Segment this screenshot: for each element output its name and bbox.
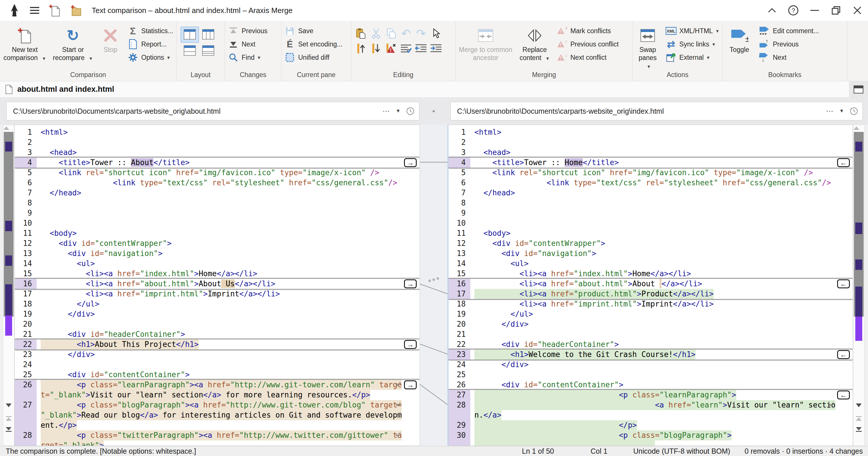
right-copy-change-2-button[interactable]: ←: [837, 279, 850, 288]
select-pointer-button[interactable]: [429, 26, 443, 41]
code-row[interactable]: 12 <div id="contentWrapper">: [448, 238, 853, 249]
code-row[interactable]: 2: [448, 137, 853, 147]
strip-last-change-button[interactable]: [3, 427, 14, 432]
new-document-icon[interactable]: [49, 3, 61, 17]
report-button[interactable]: Report...: [127, 37, 173, 51]
code-row[interactable]: [448, 440, 853, 446]
delete-conflict-button[interactable]: !: [383, 41, 399, 56]
restore-button[interactable]: [825, 2, 847, 19]
insert-before-button[interactable]: [353, 41, 369, 56]
stop-button[interactable]: Stop: [98, 24, 123, 54]
code-row[interactable]: 25 <div id="contentContainer">: [15, 370, 420, 380]
code-row[interactable]: n.</a>: [448, 410, 853, 420]
code-row[interactable]: 30 <p class="blogParagraph">: [448, 430, 853, 440]
code-row[interactable]: 6 <link type="text/css" rel="stylesheet"…: [448, 178, 853, 188]
strip-last-change-button[interactable]: [853, 427, 864, 432]
right-file-path-box[interactable]: C:\Users\brunobrito\Documents\carparts-w…: [451, 102, 863, 120]
code-row[interactable]: 10: [15, 218, 420, 228]
left-file-path[interactable]: C:\Users\brunobrito\Documents\carparts-w…: [13, 107, 382, 115]
xml-html-button[interactable]: XML XML/HTML▼: [665, 24, 719, 37]
set-encoding-button[interactable]: É Set encoding...: [284, 37, 342, 51]
code-row[interactable]: 26 <div id="contentContainer">: [448, 380, 853, 390]
left-copy-change-3-button[interactable]: →: [404, 340, 417, 349]
options-button[interactable]: Options▼: [127, 51, 173, 64]
code-row[interactable]: 28 <a href="learn">Visit our "learn" sec…: [448, 400, 853, 410]
toggle-bookmark-button[interactable]: ± Toggle: [724, 24, 754, 54]
code-row[interactable]: 24: [15, 360, 420, 370]
code-row[interactable]: 18 </ul>: [15, 299, 420, 309]
code-row[interactable]: 12 <div id="contentWrapper">: [15, 238, 420, 249]
unindent-button[interactable]: [413, 41, 429, 56]
code-row[interactable]: 2: [15, 137, 420, 147]
new-text-comparison-button[interactable]: New text comparison ▼: [2, 24, 48, 63]
code-row[interactable]: 15 <li><a href="index.html">Home</a></li…: [448, 269, 853, 279]
find-button[interactable]: Find▼: [228, 51, 267, 64]
next-conflict-button[interactable]: !↓ Next conflict: [557, 51, 619, 64]
paste-button[interactable]: [353, 26, 369, 41]
left-path-dropdown-icon[interactable]: ▼: [396, 108, 401, 114]
layout-option-1[interactable]: [181, 27, 199, 43]
strip-change-marker[interactable]: [855, 259, 862, 270]
code-row[interactable]: 10: [448, 218, 853, 228]
code-row[interactable]: 5 <link rel="shortcut icon" href="img/fa…: [448, 168, 853, 178]
code-row[interactable]: 16 <li><a href="about.html">About </a></…: [448, 279, 853, 289]
code-row[interactable]: 8: [15, 198, 420, 208]
code-row[interactable]: 25: [448, 370, 853, 380]
code-row[interactable]: 6 <link type="text/css" rel="stylesheet"…: [15, 178, 420, 188]
code-row[interactable]: 19 </div>: [15, 309, 420, 319]
strip-first-change-button[interactable]: [853, 416, 864, 421]
merge-to-common-ancestor-button[interactable]: Merge to common ancestor: [457, 24, 514, 62]
code-row[interactable]: 17 <li><a href="product.html">Product</a…: [448, 289, 853, 299]
right-file-path[interactable]: C:\Users\brunobrito\Documents\carparts-w…: [457, 107, 826, 115]
right-path-browse-icon[interactable]: ⋯: [826, 107, 834, 116]
code-row[interactable]: 4 <title>Tower :: About</title>: [15, 158, 420, 168]
right-code-pane[interactable]: 1<html>23 <head>4 <title>Tower :: Home</…: [447, 125, 853, 446]
code-row[interactable]: 8: [448, 198, 853, 208]
layout-option-4[interactable]: [199, 43, 217, 59]
strip-change-marker[interactable]: [5, 284, 12, 315]
left-path-history-icon[interactable]: [406, 107, 415, 116]
menu-hamburger-icon[interactable]: [29, 6, 40, 15]
code-row[interactable]: 22 <div id="headerContainer">: [448, 339, 853, 349]
code-row[interactable]: 3 <head>: [448, 147, 853, 158]
right-copy-change-3-button[interactable]: ←: [837, 350, 850, 359]
left-overview-strip[interactable]: [3, 125, 14, 446]
code-row[interactable]: 7 </head>: [448, 188, 853, 198]
unified-diff-button[interactable]: Unified diff: [284, 51, 342, 64]
code-row[interactable]: t="_blank">Visit our "learn" section</a>…: [15, 390, 420, 400]
swap-panes-button[interactable]: Swap panes ▼: [634, 24, 661, 71]
next-bookmark-button[interactable]: ↓ Next: [759, 51, 819, 64]
insert-after-button[interactable]: [369, 41, 383, 56]
code-row[interactable]: 14 <ul>: [448, 259, 853, 269]
code-row[interactable]: 22 <h1>About This Project</h1>: [15, 339, 420, 349]
code-row[interactable]: 23 <h1>Welcome to the Git Crash Course!<…: [448, 349, 853, 360]
previous-change-button[interactable]: Previous: [228, 24, 267, 37]
code-row[interactable]: 19 </ul>: [448, 309, 853, 319]
strip-change-marker[interactable]: [855, 223, 862, 234]
code-row[interactable]: 18 <li><a href="imprint.html">Imprint</a…: [448, 299, 853, 309]
code-row[interactable]: 11 <body>: [448, 228, 853, 238]
code-row[interactable]: 16 <li><a href="about.html">About Us</a>…: [15, 279, 420, 289]
new-folder-icon[interactable]: [69, 3, 83, 17]
code-row[interactable]: 9: [448, 208, 853, 218]
layout-option-2[interactable]: [199, 27, 217, 43]
right-path-history-icon[interactable]: [849, 107, 859, 116]
code-row[interactable]: 13 <div id="navigation">: [15, 249, 420, 259]
code-row[interactable]: 1<html>: [15, 127, 420, 137]
left-path-browse-icon[interactable]: ⋯: [382, 107, 391, 116]
code-row[interactable]: 17 <li><a href="imprint.html">Imprint</a…: [15, 289, 420, 299]
code-row[interactable]: 3 <head>: [15, 147, 420, 158]
strip-scroll-up-icon[interactable]: [3, 126, 14, 130]
sync-links-button[interactable]: ⇄ Sync links▼: [665, 37, 719, 51]
pane-layout-corner-icon[interactable]: [849, 81, 868, 97]
strip-scroll-up-icon[interactable]: [853, 126, 864, 130]
strip-change-marker[interactable]: [5, 221, 12, 231]
close-button[interactable]: [847, 2, 868, 19]
strip-change-marker[interactable]: [5, 142, 12, 151]
left-copy-change-1-button[interactable]: →: [404, 158, 417, 167]
code-row[interactable]: 28 <p class="twitterParagraph"><a href="…: [15, 430, 420, 440]
code-row[interactable]: 11 <body>: [15, 228, 420, 238]
code-row[interactable]: ent.</p>: [15, 420, 420, 430]
save-button[interactable]: Save: [284, 24, 342, 37]
start-or-recompare-button[interactable]: ↻ Start or recompare ▼: [51, 24, 95, 63]
